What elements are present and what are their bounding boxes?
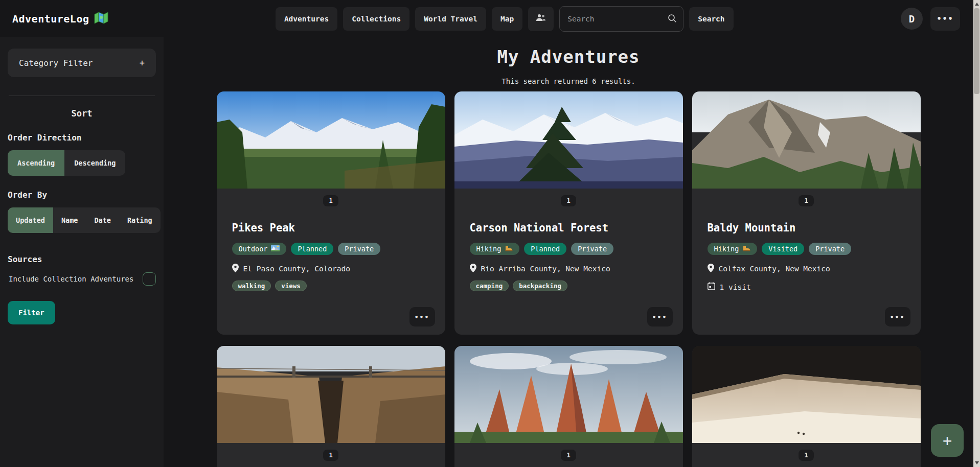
nav-users-button[interactable] bbox=[528, 7, 554, 31]
order-by-group: Updated Name Date Rating bbox=[8, 207, 161, 233]
adventure-image-baldy-mountain[interactable] bbox=[692, 91, 921, 189]
status-badge: Planned bbox=[524, 243, 566, 255]
order-ascending-button[interactable]: Ascending bbox=[8, 150, 64, 176]
collection-count-badge: 1 bbox=[799, 195, 813, 206]
card-more-button[interactable]: ••• bbox=[409, 307, 435, 326]
visibility-badge: Private bbox=[809, 243, 851, 255]
filter-sidebar: Category Filter + Sort Order Direction A… bbox=[0, 37, 164, 467]
order-direction-group: Ascending Descending bbox=[8, 150, 125, 176]
include-collection-row: Include Collection Adventures bbox=[8, 272, 156, 286]
order-by-label: Order By bbox=[8, 190, 156, 200]
order-direction-label: Order Direction bbox=[8, 133, 156, 143]
category-badge: Hiking bbox=[708, 243, 758, 255]
adventure-card: 1 Pikes Peak Outdoor bbox=[217, 91, 445, 335]
status-badge: Planned bbox=[291, 243, 333, 255]
boot-icon bbox=[742, 245, 750, 253]
scroll-down-arrow[interactable] bbox=[975, 461, 979, 464]
card-footer: ••• bbox=[692, 307, 921, 335]
card-more-button[interactable]: ••• bbox=[647, 307, 673, 326]
add-adventure-button[interactable]: + bbox=[931, 424, 964, 457]
location-row: El Paso County, Colorado bbox=[232, 264, 430, 274]
category-filter-label: Category Filter bbox=[19, 58, 93, 68]
collection-count-badge: 1 bbox=[799, 450, 813, 461]
map-emoji-icon bbox=[94, 12, 108, 26]
collection-count-badge: 1 bbox=[323, 195, 338, 206]
adventure-grid: 1 Pikes Peak Outdoor bbox=[217, 91, 921, 467]
scroll-up-arrow[interactable] bbox=[975, 3, 979, 6]
tag-pill: views bbox=[275, 281, 307, 291]
collection-count-badge: 1 bbox=[561, 195, 576, 206]
nav-adventures-button[interactable]: Adventures bbox=[276, 7, 337, 31]
search-field-wrap bbox=[559, 6, 683, 32]
location-pin-icon bbox=[232, 264, 239, 274]
adventure-title[interactable]: Carson National Forest bbox=[470, 222, 668, 234]
magnifier-icon bbox=[668, 14, 677, 25]
adventure-card: 1 Baldy Mountain Hiking Visited bbox=[692, 91, 921, 335]
order-by-rating-button[interactable]: Rating bbox=[119, 207, 161, 233]
order-by-updated-button[interactable]: Updated bbox=[8, 207, 53, 233]
tag-pill: backpacking bbox=[513, 281, 567, 291]
adventure-card: 1 bbox=[217, 346, 445, 467]
card-body: Baldy Mountain Hiking Visited Private bbox=[692, 206, 921, 307]
badge-row: Outdoor Planned Private bbox=[232, 243, 430, 255]
category-filter-accordion[interactable]: Category Filter + bbox=[8, 49, 156, 77]
adventure-card: 1 bbox=[454, 346, 683, 467]
main-content: My Adventures This search returned 6 res… bbox=[164, 37, 973, 467]
calendar-icon bbox=[708, 282, 715, 292]
card-body: Carson National Forest Hiking Planned Pr… bbox=[454, 206, 683, 307]
card-more-button[interactable]: ••• bbox=[885, 307, 910, 326]
card-footer: ••• bbox=[217, 307, 445, 335]
category-badge: Hiking bbox=[470, 243, 520, 255]
navbar-right: D ••• bbox=[901, 7, 960, 31]
park-icon bbox=[271, 245, 280, 253]
overflow-menu-button[interactable]: ••• bbox=[930, 7, 960, 31]
card-footer: ••• bbox=[454, 307, 683, 335]
visit-count-text: 1 visit bbox=[720, 283, 751, 291]
order-by-name-button[interactable]: Name bbox=[53, 207, 86, 233]
location-text: El Paso County, Colorado bbox=[243, 265, 351, 273]
tag-pill: walking bbox=[232, 281, 271, 291]
people-icon bbox=[536, 14, 546, 24]
nav-world-travel-button[interactable]: World Travel bbox=[415, 7, 486, 31]
adventure-title[interactable]: Pikes Peak bbox=[232, 222, 430, 234]
adventure-image-carson-forest[interactable] bbox=[454, 91, 683, 189]
navbar-center: Adventures Collections World Travel Map bbox=[276, 6, 734, 32]
adventure-image-canyon-bridge[interactable] bbox=[217, 346, 445, 443]
adventure-image-sand-dunes[interactable] bbox=[692, 346, 921, 443]
results-count-text: This search returned 6 results. bbox=[164, 77, 973, 85]
location-pin-icon bbox=[470, 264, 476, 274]
nav-collections-button[interactable]: Collections bbox=[343, 7, 409, 31]
badge-row: Hiking Planned Private bbox=[470, 243, 668, 255]
adventure-image-pikes-peak[interactable] bbox=[217, 91, 445, 189]
adventure-title[interactable]: Baldy Mountain bbox=[708, 222, 905, 234]
user-avatar[interactable]: D bbox=[901, 8, 923, 30]
sort-heading: Sort bbox=[8, 108, 156, 119]
boot-icon bbox=[505, 245, 513, 253]
app-logo[interactable]: AdventureLog bbox=[12, 12, 108, 26]
include-collection-checkbox[interactable] bbox=[143, 272, 156, 286]
apply-filter-button[interactable]: Filter bbox=[8, 301, 55, 324]
top-navbar: AdventureLog Adventures Collections Worl… bbox=[0, 0, 973, 37]
location-text: Rio Arriba County, New Mexico bbox=[481, 265, 610, 273]
category-badge-label: Hiking bbox=[476, 245, 502, 253]
order-descending-button[interactable]: Descending bbox=[64, 150, 125, 176]
badge-row: Hiking Visited Private bbox=[708, 243, 905, 255]
search-input[interactable] bbox=[559, 6, 683, 32]
category-badge: Outdoor bbox=[232, 243, 287, 255]
category-badge-label: Outdoor bbox=[239, 245, 268, 253]
sources-heading: Sources bbox=[8, 254, 156, 264]
nav-map-button[interactable]: Map bbox=[492, 7, 522, 31]
location-row: Rio Arriba County, New Mexico bbox=[470, 264, 668, 274]
expand-plus-icon: + bbox=[140, 58, 145, 68]
scrollbar[interactable] bbox=[973, 0, 980, 467]
adventure-image-red-rocks[interactable] bbox=[454, 346, 683, 443]
adventure-card: 1 Carson National Forest Hiking Planned bbox=[454, 91, 683, 335]
collection-count-badge: 1 bbox=[561, 450, 576, 461]
visit-row: 1 visit bbox=[708, 282, 905, 292]
order-by-date-button[interactable]: Date bbox=[86, 207, 119, 233]
adventure-card: 1 bbox=[692, 346, 921, 467]
scrollbar-thumb[interactable] bbox=[974, 8, 979, 94]
location-text: Colfax County, New Mexico bbox=[719, 265, 830, 273]
search-submit-button[interactable]: Search bbox=[689, 7, 733, 31]
tag-row: camping backpacking bbox=[470, 281, 668, 291]
